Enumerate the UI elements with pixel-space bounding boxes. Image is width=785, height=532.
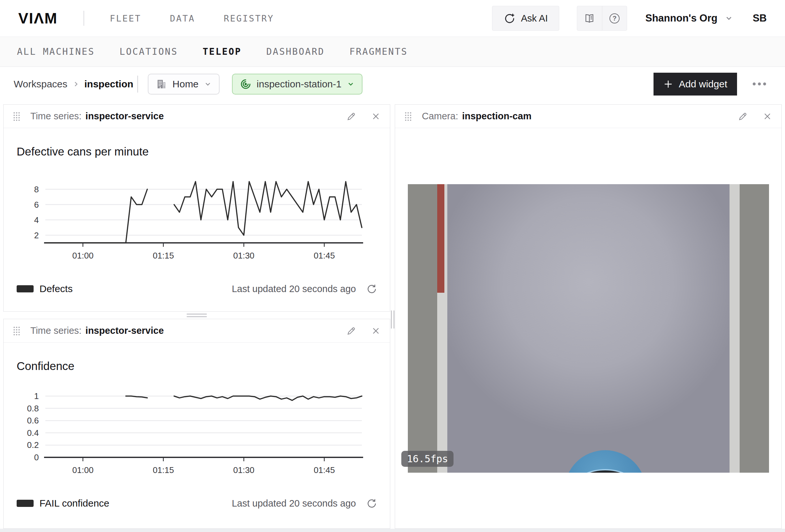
- can-opening: [577, 469, 634, 473]
- camera-feed-container: 16.5fps: [395, 128, 781, 528]
- add-widget-label: Add widget: [679, 79, 727, 90]
- top-bar: VIΛM FLEET DATA REGISTRY Ask AI ?: [0, 0, 785, 37]
- main-nav: FLEET DATA REGISTRY: [110, 14, 274, 24]
- refresh-icon[interactable]: [366, 283, 377, 294]
- svg-text:0.8: 0.8: [27, 404, 39, 413]
- widget-header: Time series: inspector-service: [4, 319, 390, 343]
- svg-text:0: 0: [34, 452, 39, 462]
- conveyor-left-rail: [408, 184, 437, 473]
- nav-item-registry[interactable]: REGISTRY: [224, 14, 274, 24]
- last-updated-text: Last updated 20 seconds ago: [232, 498, 356, 509]
- tab-dashboard[interactable]: DASHBOARD: [266, 46, 325, 57]
- widget-title: Time series: inspector-service: [30, 325, 164, 336]
- more-menu-button[interactable]: [752, 79, 767, 89]
- svg-text:2: 2: [34, 231, 39, 240]
- ask-ai-label: Ask AI: [521, 13, 548, 24]
- chart-title: Defective cans per minute: [17, 128, 377, 158]
- help-icon[interactable]: ?: [602, 6, 627, 30]
- svg-text:4: 4: [34, 215, 39, 225]
- chart-title: Confidence: [17, 343, 377, 373]
- chevron-down-icon: [725, 14, 733, 23]
- help-icon-group: ?: [577, 6, 627, 31]
- legend-swatch: [17, 285, 33, 292]
- row-resize-handle[interactable]: [3, 312, 390, 319]
- left-column: Time series: inspector-service Defective…: [3, 104, 390, 529]
- svg-text:8: 8: [34, 185, 39, 194]
- svg-text:01:15: 01:15: [153, 465, 174, 475]
- breadcrumb-divider: [137, 76, 138, 92]
- machine-live-icon: [240, 78, 252, 90]
- svg-text:01:45: 01:45: [313, 251, 335, 261]
- svg-text:0.6: 0.6: [27, 416, 39, 425]
- tab-locations[interactable]: LOCATIONS: [120, 46, 178, 57]
- widget-header: Time series: inspector-service: [4, 105, 390, 128]
- svg-text:0.2: 0.2: [27, 440, 39, 450]
- add-widget-button[interactable]: Add widget: [654, 73, 737, 96]
- svg-text:01:15: 01:15: [153, 251, 174, 261]
- refresh-icon[interactable]: [366, 498, 377, 509]
- chevron-down-icon: [347, 80, 355, 88]
- conveyor-right-rail: [740, 184, 769, 473]
- tab-teleop[interactable]: TELEOP: [203, 46, 242, 57]
- location-label: Home: [173, 79, 199, 90]
- edit-pencil-icon[interactable]: [738, 111, 748, 122]
- conveyor-right-stripe: [730, 184, 740, 473]
- page-bottom-strip: [0, 529, 785, 532]
- timeseries-widget-confidence: Time series: inspector-service Confidenc…: [3, 319, 390, 529]
- tab-all-machines[interactable]: ALL MACHINES: [17, 46, 95, 57]
- conveyor-belt: [447, 184, 730, 473]
- nav-item-fleet[interactable]: FLEET: [110, 14, 141, 24]
- widget-title: Time series: inspector-service: [30, 111, 164, 122]
- ask-ai-sparkle-icon: [503, 12, 516, 24]
- workspace-toolbar: Workspaces inspection Home: [0, 67, 785, 101]
- edit-pencil-icon[interactable]: [346, 326, 357, 336]
- svg-text:01:45: 01:45: [313, 465, 335, 475]
- svg-text:01:00: 01:00: [72, 465, 94, 475]
- widget-header: Camera: inspection-cam: [395, 105, 781, 128]
- drag-handle-icon[interactable]: [13, 111, 21, 121]
- widget-board: Time series: inspector-service Defective…: [0, 101, 785, 529]
- svg-text:1: 1: [34, 391, 39, 401]
- logo-divider: [83, 11, 84, 26]
- machine-name: inspection-station-1: [257, 79, 341, 90]
- svg-text:0.4: 0.4: [27, 428, 39, 438]
- widget-title: Camera: inspection-cam: [422, 111, 531, 122]
- location-dropdown[interactable]: Home: [148, 74, 220, 95]
- svg-text:01:30: 01:30: [233, 465, 254, 475]
- svg-text:6: 6: [34, 200, 39, 210]
- ask-ai-button[interactable]: Ask AI: [492, 6, 559, 31]
- docs-book-icon[interactable]: [577, 6, 602, 30]
- chart-footer: Defects Last updated 20 seconds ago: [17, 283, 377, 294]
- confidence-line-chart: 00.20.40.60.8101:0001:1501:3001:45: [17, 379, 378, 487]
- drag-handle-icon[interactable]: [404, 111, 412, 121]
- edit-pencil-icon[interactable]: [346, 111, 357, 122]
- org-name: Shannon's Org: [645, 12, 717, 24]
- plus-icon: [663, 79, 673, 89]
- user-avatar[interactable]: SB: [753, 12, 767, 24]
- organization-building-icon: [156, 78, 168, 90]
- camera-widget: Camera: inspection-cam: [395, 104, 782, 529]
- fleet-tabs: ALL MACHINES LOCATIONS TELEOP DASHBOARD …: [0, 37, 785, 67]
- nav-item-data[interactable]: DATA: [170, 14, 195, 24]
- timeseries-widget-defects: Time series: inspector-service Defective…: [3, 104, 390, 312]
- chevron-down-icon: [204, 80, 212, 88]
- machine-selector-pill[interactable]: inspection-station-1: [232, 74, 362, 95]
- svg-text:01:00: 01:00: [72, 251, 94, 261]
- svg-text:01:30: 01:30: [233, 251, 254, 261]
- workspace-name-field[interactable]: inspection: [84, 79, 133, 90]
- legend-label: Defects: [40, 283, 73, 294]
- conveyor-red-stripe: [437, 184, 445, 293]
- chart-footer: FAIL confidence Last updated 20 seconds …: [17, 498, 377, 509]
- legend-label: FAIL confidence: [40, 498, 109, 509]
- close-icon[interactable]: [371, 111, 381, 121]
- close-icon[interactable]: [762, 111, 772, 121]
- tab-fragments[interactable]: FRAGMENTS: [349, 46, 408, 57]
- legend-swatch: [17, 500, 33, 507]
- help-glyph: ?: [612, 15, 616, 22]
- camera-feed-image: [408, 184, 769, 473]
- breadcrumb-workspaces[interactable]: Workspaces: [14, 79, 68, 90]
- close-icon[interactable]: [371, 326, 381, 336]
- org-switcher[interactable]: Shannon's Org: [645, 12, 733, 24]
- drag-handle-icon[interactable]: [13, 326, 21, 336]
- column-resize-handle[interactable]: [390, 104, 395, 328]
